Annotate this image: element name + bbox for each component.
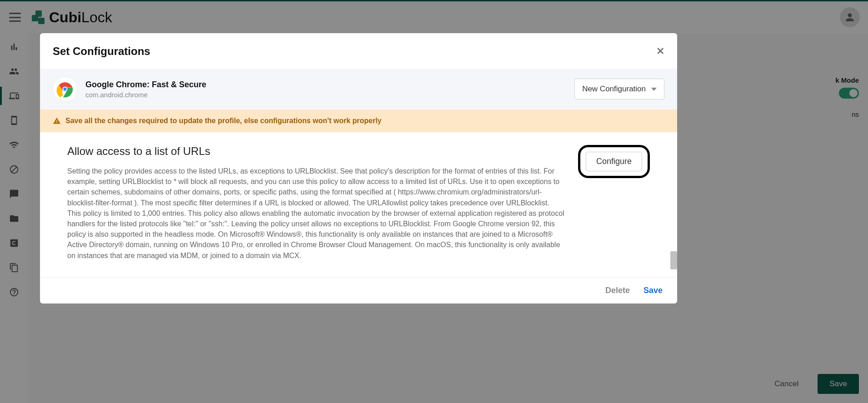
chevron-down-icon [651,88,657,91]
configure-highlight: Configure [578,145,650,178]
modal-title: Set Configurations [53,45,150,58]
configuration-select-label: New Configuration [582,85,646,94]
scrollbar[interactable] [670,251,677,269]
warning-icon [53,117,61,125]
warning-text: Save all the changes required to update … [65,117,382,125]
save-button[interactable]: Save [644,286,663,295]
delete-button[interactable]: Delete [605,286,630,295]
close-icon[interactable]: ✕ [656,45,664,57]
set-configurations-modal: Set Configurations ✕ Google Chrome: Fast… [40,33,677,303]
configuration-select[interactable]: New Configuration [574,79,664,100]
app-row: Google Chrome: Fast & Secure com.android… [40,69,677,109]
warning-bar: Save all the changes required to update … [40,109,677,132]
policy-description: Setting the policy provides access to th… [67,166,564,261]
app-name: Google Chrome: Fast & Secure [85,80,566,90]
chrome-icon [53,77,77,101]
policy-title: Allow access to a list of URLs [67,145,564,158]
configure-button[interactable]: Configure [586,152,642,171]
app-package: com.android.chrome [85,91,566,99]
